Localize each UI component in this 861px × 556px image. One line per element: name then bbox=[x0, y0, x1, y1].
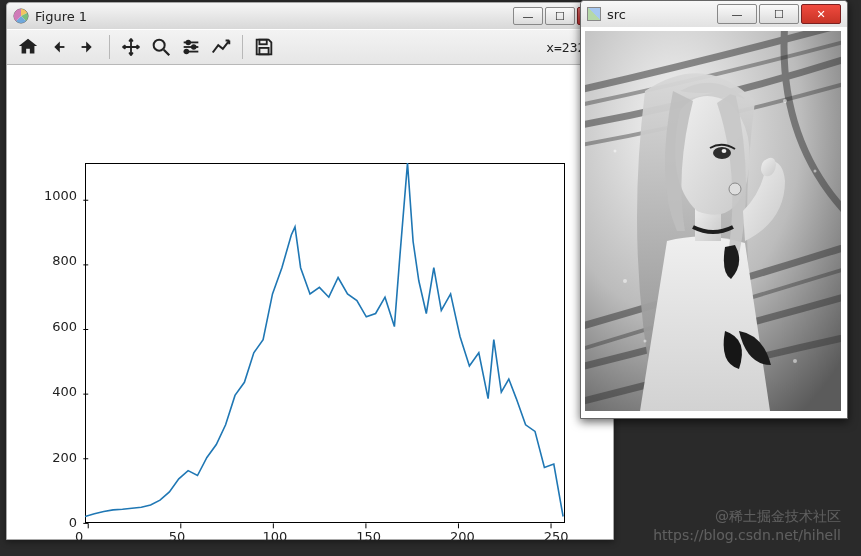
zoom-icon[interactable] bbox=[146, 32, 176, 62]
svg-point-31 bbox=[644, 340, 647, 343]
save-icon[interactable] bbox=[249, 32, 279, 62]
y-tick-label: 800 bbox=[37, 253, 77, 268]
configure-subplots-icon[interactable] bbox=[176, 32, 206, 62]
svg-point-29 bbox=[729, 183, 741, 195]
svg-point-3 bbox=[154, 40, 165, 51]
svg-point-32 bbox=[783, 99, 787, 103]
figure-title: Figure 1 bbox=[35, 9, 511, 24]
svg-point-35 bbox=[793, 359, 797, 363]
minimize-button[interactable]: — bbox=[717, 4, 757, 24]
src-window-controls: — ☐ ✕ bbox=[715, 4, 841, 24]
close-button[interactable]: ✕ bbox=[801, 4, 841, 24]
src-titlebar[interactable]: src — ☐ ✕ bbox=[581, 1, 847, 27]
x-tick-label: 200 bbox=[450, 529, 475, 544]
axis-ticks bbox=[85, 163, 595, 553]
svg-point-8 bbox=[186, 41, 190, 45]
svg-point-28 bbox=[722, 149, 727, 153]
svg-point-30 bbox=[623, 279, 627, 283]
watermark: @稀土掘金技术社区 https://blog.csdn.net/hihell bbox=[653, 507, 841, 546]
svg-rect-2 bbox=[82, 46, 88, 48]
src-title: src bbox=[607, 7, 715, 22]
pan-icon[interactable] bbox=[116, 32, 146, 62]
svg-point-33 bbox=[814, 170, 817, 173]
toolbar-separator bbox=[109, 35, 110, 59]
svg-point-10 bbox=[185, 50, 189, 54]
svg-line-4 bbox=[164, 50, 170, 56]
svg-rect-11 bbox=[259, 40, 266, 45]
toolbar-separator bbox=[242, 35, 243, 59]
x-tick-label: 0 bbox=[75, 529, 83, 544]
y-tick-label: 200 bbox=[37, 450, 77, 465]
forward-arrow-icon[interactable] bbox=[73, 32, 103, 62]
watermark-line-1: @稀土掘金技术社区 bbox=[653, 507, 841, 527]
figure-toolbar: x=232.1 bbox=[7, 29, 613, 65]
opencv-icon bbox=[587, 7, 601, 21]
svg-point-27 bbox=[713, 147, 731, 159]
watermark-line-2: https://blog.csdn.net/hihell bbox=[653, 526, 841, 546]
x-tick-label: 150 bbox=[356, 529, 381, 544]
edit-axis-icon[interactable] bbox=[206, 32, 236, 62]
x-tick-label: 250 bbox=[544, 529, 569, 544]
figure-window: Figure 1 — ☐ ✕ bbox=[6, 2, 614, 540]
matplotlib-icon bbox=[13, 8, 29, 24]
y-tick-label: 400 bbox=[37, 384, 77, 399]
y-tick-label: 1000 bbox=[37, 188, 77, 203]
minimize-button[interactable]: — bbox=[513, 7, 543, 25]
maximize-button[interactable]: ☐ bbox=[759, 4, 799, 24]
y-tick-label: 0 bbox=[37, 515, 77, 530]
chart-area[interactable]: 02004006008001000 050100150200250 bbox=[7, 65, 613, 539]
figure-titlebar[interactable]: Figure 1 — ☐ ✕ bbox=[7, 3, 613, 29]
plot-axes bbox=[85, 163, 565, 523]
home-icon[interactable] bbox=[13, 32, 43, 62]
src-window: src — ☐ ✕ bbox=[580, 0, 848, 419]
y-tick-label: 600 bbox=[37, 319, 77, 334]
svg-rect-12 bbox=[259, 48, 268, 54]
svg-point-34 bbox=[614, 150, 617, 153]
svg-point-9 bbox=[192, 45, 196, 49]
x-tick-label: 100 bbox=[263, 529, 288, 544]
x-tick-label: 50 bbox=[169, 529, 186, 544]
src-image-body bbox=[581, 27, 847, 418]
back-arrow-icon[interactable] bbox=[43, 32, 73, 62]
maximize-button[interactable]: ☐ bbox=[545, 7, 575, 25]
src-image bbox=[585, 31, 841, 411]
svg-rect-1 bbox=[59, 46, 64, 48]
